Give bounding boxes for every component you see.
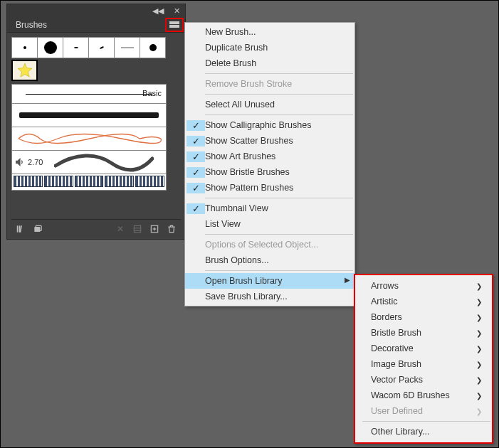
menu-thumbnail-view[interactable]: Thumbnail View <box>185 201 354 216</box>
chevron-right-icon: ❯ <box>476 314 482 321</box>
svg-rect-8 <box>17 225 19 232</box>
panel-flyout-menu: New Brush... Duplicate Brush Delete Brus… <box>184 22 355 306</box>
svg-rect-13 <box>134 225 140 232</box>
chevron-right-icon: ❯ <box>476 329 482 337</box>
menu-duplicate-brush[interactable]: Duplicate Brush <box>185 40 354 55</box>
brush-thumb-dot-med[interactable] <box>140 37 166 58</box>
menu-open-library[interactable]: Open Brush Library▶ <box>185 273 354 289</box>
brush-thumb-dot-large[interactable] <box>37 37 63 58</box>
close-panel-button[interactable]: ✕ <box>172 6 182 16</box>
submenu-decorative[interactable]: Decorative❯ <box>355 341 492 356</box>
hamburger-icon <box>169 21 179 28</box>
brush-thumb-line[interactable] <box>114 37 140 58</box>
submenu-arrow-icon: ▶ <box>345 276 350 284</box>
menu-show-art[interactable]: Show Art Brushes <box>185 149 354 164</box>
brush-thumb-row-2 <box>11 60 181 81</box>
brush-thumb-oval-angle[interactable] <box>88 37 115 58</box>
menu-separator <box>205 270 353 271</box>
menu-separator <box>362 421 490 422</box>
curl-stroke-icon <box>15 128 163 149</box>
menu-separator <box>205 94 353 95</box>
brush-thumb-dot-small[interactable] <box>11 37 38 58</box>
brush-thumb-oval-flat[interactable] <box>63 37 89 58</box>
trash-icon[interactable] <box>167 224 177 234</box>
svg-marker-7 <box>16 159 20 165</box>
brush-row-chalk[interactable] <box>11 103 167 127</box>
chalk-stroke-icon <box>19 112 159 118</box>
panel-tab-bar: Brushes <box>7 17 185 33</box>
chevron-right-icon: ❯ <box>476 298 482 306</box>
menu-show-calligraphic[interactable]: Show Calligraphic Brushes <box>185 117 354 133</box>
submenu-vector-packs[interactable]: Vector Packs❯ <box>355 372 492 388</box>
menu-separator <box>205 234 353 235</box>
brush-thumb-star[interactable] <box>11 60 38 81</box>
menu-select-unused[interactable]: Select All Unused <box>185 97 354 112</box>
wave-stroke-icon <box>54 151 154 173</box>
menu-remove-stroke: Remove Brush Stroke <box>185 76 354 92</box>
panel-footer: ✕ <box>11 219 181 238</box>
submenu-arrows[interactable]: Arrows❯ <box>355 278 492 294</box>
menu-separator <box>205 114 353 115</box>
chevron-right-icon: ❯ <box>476 392 482 400</box>
library-shelf-icon[interactable] <box>16 224 26 234</box>
submenu-user-defined: User Defined❯ <box>355 403 492 419</box>
open-brush-library-submenu: Arrows❯ Artistic❯ Borders❯ Bristle Brush… <box>354 274 493 444</box>
chevron-right-icon: ❯ <box>476 345 482 353</box>
chevron-right-icon: ❯ <box>476 407 482 415</box>
submenu-borders[interactable]: Borders❯ <box>355 309 492 325</box>
submenu-other-library[interactable]: Other Library... <box>355 424 492 439</box>
submenu-wacom[interactable]: Wacom 6D Brushes❯ <box>355 388 492 403</box>
menu-show-pattern[interactable]: Show Pattern Brushes <box>185 180 354 196</box>
menu-options-selected: Options of Selected Object... <box>185 237 354 252</box>
submenu-artistic[interactable]: Artistic❯ <box>355 294 492 309</box>
menu-show-scatter[interactable]: Show Scatter Brushes <box>185 133 354 149</box>
svg-point-2 <box>74 47 78 48</box>
collapse-button[interactable]: ◀◀ <box>150 6 166 16</box>
menu-list-view[interactable]: List View <box>185 216 354 232</box>
svg-point-5 <box>149 44 157 51</box>
svg-point-1 <box>44 41 57 54</box>
brush-row-basic[interactable]: Basic <box>11 84 167 104</box>
brush-thumb-row <box>11 37 181 58</box>
submenu-image-brush[interactable]: Image Brush❯ <box>355 356 492 372</box>
tab-brushes[interactable]: Brushes <box>11 18 51 31</box>
panel-menu-button[interactable] <box>165 18 184 32</box>
svg-point-0 <box>23 46 26 49</box>
brush-row-audio[interactable]: 2.70 <box>11 150 167 174</box>
remove-stroke-icon[interactable]: ✕ <box>115 224 125 234</box>
menu-brush-options[interactable]: Brush Options... <box>185 252 354 268</box>
panel-titlebar: ◀◀ ✕ <box>7 4 185 17</box>
menu-show-bristle[interactable]: Show Bristle Brushes <box>185 164 354 180</box>
panel-body: Basic 2.70 <box>7 33 185 239</box>
svg-point-3 <box>99 46 103 50</box>
chevron-right-icon: ❯ <box>476 282 482 290</box>
chevron-right-icon: ❯ <box>476 361 482 368</box>
menu-save-library[interactable]: Save Brush Library... <box>185 289 354 304</box>
speaker-icon <box>15 157 25 167</box>
submenu-bristle-brush[interactable]: Bristle Brush❯ <box>355 325 492 341</box>
basic-label: Basic <box>142 89 162 97</box>
audio-value: 2.70 <box>28 158 43 166</box>
menu-delete-brush[interactable]: Delete Brush <box>185 55 354 71</box>
menu-separator <box>205 198 353 198</box>
new-brush-icon[interactable] <box>149 224 159 234</box>
brush-row-pattern[interactable] <box>11 174 167 191</box>
svg-marker-6 <box>18 63 32 77</box>
chevron-right-icon: ❯ <box>476 376 482 384</box>
brush-row-curl[interactable] <box>11 127 167 151</box>
options-icon[interactable] <box>132 224 142 234</box>
libraries-icon[interactable] <box>33 224 43 234</box>
brushes-panel: ◀◀ ✕ Brushes <box>6 4 186 240</box>
menu-separator <box>205 73 353 74</box>
menu-new-brush[interactable]: New Brush... <box>185 24 354 40</box>
